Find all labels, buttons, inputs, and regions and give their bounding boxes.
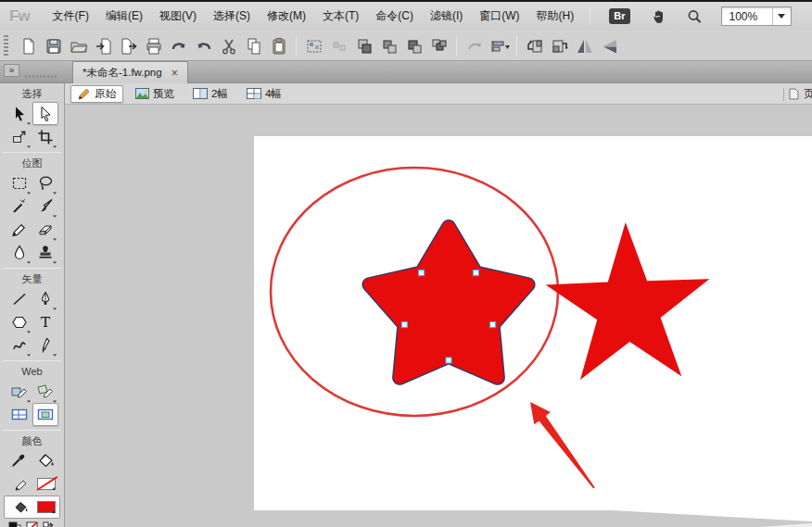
view-mode-bar: 原始 预览 2幅 4幅 页面 xyxy=(65,83,812,105)
hand-tool-icon[interactable] xyxy=(649,7,669,26)
export-button[interactable] xyxy=(116,35,141,58)
panel-divider xyxy=(3,430,61,431)
zoom-level-control[interactable]: 100% xyxy=(721,6,792,26)
paint-bucket-tool[interactable] xyxy=(33,449,59,472)
undo-button[interactable] xyxy=(166,35,191,58)
scale-tool[interactable] xyxy=(6,125,32,148)
panel-collapse-button[interactable]: » xyxy=(4,64,19,77)
tool-panel-grip[interactable] xyxy=(25,75,58,78)
menu-text[interactable]: 文本(T) xyxy=(314,4,367,29)
tab-original[interactable]: 原始 xyxy=(70,85,123,103)
tab-close-button[interactable]: × xyxy=(170,68,180,79)
document-tab-title: *未命名-1.fw.png xyxy=(82,66,162,80)
four-up-icon xyxy=(247,88,261,99)
swap-colors-button[interactable] xyxy=(43,521,57,527)
marquee-tool[interactable] xyxy=(6,171,32,194)
tab-preview[interactable]: 预览 xyxy=(129,85,181,103)
menu-select[interactable]: 选择(S) xyxy=(205,4,259,29)
open-button[interactable] xyxy=(66,35,91,58)
shape-tool[interactable] xyxy=(6,310,32,333)
blur-tool[interactable] xyxy=(6,241,32,264)
fill-color-well[interactable] xyxy=(8,496,34,519)
tab-4up[interactable]: 4幅 xyxy=(240,85,288,103)
lasso-tool[interactable] xyxy=(32,171,58,194)
crop-tool[interactable] xyxy=(32,125,58,148)
rubber-stamp-tool[interactable] xyxy=(32,241,58,264)
rotate-cw-button[interactable] xyxy=(547,35,572,58)
page-icon xyxy=(789,88,799,100)
tab-original-label: 原始 xyxy=(95,87,116,101)
show-slices-button[interactable] xyxy=(32,403,58,426)
magic-wand-tool[interactable] xyxy=(6,194,32,218)
pages-panel-header[interactable]: 页面 xyxy=(783,83,812,105)
copy-button[interactable] xyxy=(241,35,266,58)
two-up-icon xyxy=(193,88,208,99)
tools-panel: 选择 位图 矢量 T Web xyxy=(0,83,65,527)
paste-button[interactable] xyxy=(266,35,291,58)
menu-commands[interactable]: 命令(C) xyxy=(367,4,422,29)
eraser-tool[interactable] xyxy=(32,218,58,241)
send-backward-button[interactable] xyxy=(426,35,451,58)
align-button[interactable] xyxy=(487,35,512,58)
hide-slices-button[interactable] xyxy=(6,403,32,426)
stroke-color-swatch[interactable] xyxy=(37,478,56,490)
fireworks-window: Fw 文件(F) 编辑(E) 视图(V) 选择(S) 修改(M) 文本(T) 命… xyxy=(0,0,812,527)
zoom-tool-icon[interactable] xyxy=(684,7,704,26)
show-hotspots-button[interactable] xyxy=(301,35,326,58)
no-color-button[interactable] xyxy=(26,521,38,527)
subselection-tool[interactable] xyxy=(32,102,58,125)
menu-help[interactable]: 帮助(H) xyxy=(528,4,583,29)
menu-view[interactable]: 视图(V) xyxy=(151,4,205,29)
redo-button[interactable] xyxy=(191,35,216,58)
cut-button[interactable] xyxy=(216,35,241,58)
zoom-dropdown-button[interactable] xyxy=(772,7,791,25)
new-document-button[interactable] xyxy=(16,35,41,58)
freeform-tool[interactable] xyxy=(6,333,32,357)
text-tool[interactable]: T xyxy=(32,310,58,333)
import-button[interactable] xyxy=(91,35,116,58)
tab-2up-label: 2幅 xyxy=(211,87,228,101)
rectangle-hotspot-tool[interactable] xyxy=(6,380,32,403)
menu-modify[interactable]: 修改(M) xyxy=(259,4,314,29)
bridge-button[interactable]: Br xyxy=(609,8,629,24)
section-web-title: Web xyxy=(0,365,64,380)
tab-2up[interactable]: 2幅 xyxy=(186,85,235,103)
eyedropper-tool[interactable] xyxy=(5,449,31,472)
flip-vertical-button[interactable] xyxy=(597,35,622,58)
panel-divider xyxy=(3,360,61,361)
free-transform-button[interactable] xyxy=(462,35,487,58)
line-tool[interactable] xyxy=(6,287,32,310)
main-toolbar xyxy=(0,32,812,61)
pencil-tool[interactable] xyxy=(6,218,32,241)
stroke-color-well[interactable] xyxy=(8,472,34,496)
document-page[interactable] xyxy=(254,136,812,521)
slice-tool[interactable] xyxy=(32,380,58,403)
ungroup-button[interactable] xyxy=(376,35,401,58)
pointer-tool[interactable] xyxy=(6,102,32,125)
menu-filters[interactable]: 滤镜(I) xyxy=(422,4,471,29)
group-button[interactable] xyxy=(351,35,376,58)
knife-tool[interactable] xyxy=(32,333,58,357)
pen-tool[interactable] xyxy=(32,287,58,310)
print-button[interactable] xyxy=(141,35,166,58)
show-slices-overlay-button[interactable] xyxy=(326,35,351,58)
save-button[interactable] xyxy=(41,35,66,58)
toolbar-grip[interactable] xyxy=(4,35,8,57)
menu-window[interactable]: 窗口(W) xyxy=(471,4,527,29)
svg-text:T: T xyxy=(40,314,49,330)
rotate-ccw-button[interactable] xyxy=(522,35,547,58)
section-vector-title: 矢量 xyxy=(0,272,64,287)
canvas-workspace[interactable] xyxy=(65,105,812,527)
zoom-level-value: 100% xyxy=(722,10,772,23)
page-corner-sliver xyxy=(760,523,812,527)
fill-color-swatch[interactable] xyxy=(37,501,56,513)
default-colors-button[interactable] xyxy=(8,521,21,527)
menu-file[interactable]: 文件(F) xyxy=(44,4,97,29)
bring-forward-button[interactable] xyxy=(401,35,426,58)
section-select-title: 选择 xyxy=(0,87,64,102)
flip-horizontal-button[interactable] xyxy=(572,35,597,58)
document-tab[interactable]: *未命名-1.fw.png × xyxy=(72,61,188,83)
panel-divider xyxy=(3,268,61,269)
menu-edit[interactable]: 编辑(E) xyxy=(97,4,151,29)
brush-tool[interactable] xyxy=(32,194,58,218)
